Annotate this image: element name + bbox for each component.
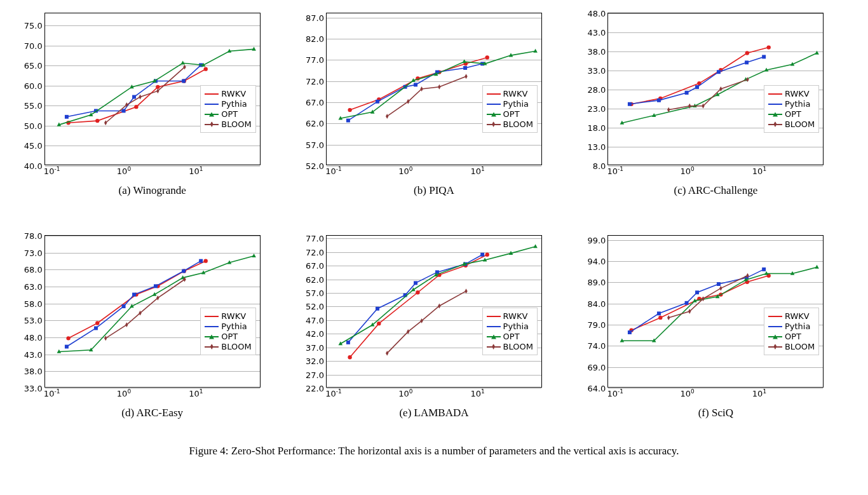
- svg-rect-33: [657, 98, 661, 102]
- chart-piqa: 52.057.062.067.072.077.082.087.010-11001…: [309, 13, 559, 197]
- ytick: 64.0: [587, 384, 606, 393]
- svg-rect-61: [414, 281, 417, 285]
- svg-rect-48: [132, 293, 136, 297]
- legend-item-bloom: BLOOM: [205, 119, 251, 129]
- data-point: [199, 259, 203, 263]
- svg-point-53: [377, 322, 381, 325]
- data-point: [657, 311, 661, 315]
- chart-winogrande: 40.045.050.055.060.065.070.075.010-11001…: [27, 13, 277, 197]
- series-line-rwkv: [350, 255, 487, 358]
- data-point: [533, 244, 538, 248]
- data-point: [182, 269, 186, 273]
- svg-point-18: [485, 55, 489, 59]
- svg-rect-35: [695, 85, 699, 89]
- xtick: 101: [470, 166, 484, 176]
- ytick: 68.0: [24, 265, 43, 275]
- legend-label: Pythia: [785, 322, 810, 331]
- plot-area: 52.057.062.067.072.077.082.087.010-11001…: [326, 13, 542, 165]
- legend-label: RWKV: [785, 311, 810, 321]
- data-point: [407, 99, 409, 104]
- legend-item-opt: OPT: [487, 109, 533, 119]
- ytick: 37.0: [306, 342, 324, 352]
- ytick: 89.0: [587, 278, 606, 287]
- ytick: 42.0: [306, 329, 324, 339]
- ytick: 52.0: [306, 302, 324, 311]
- chart-arc-easy: 33.038.043.048.053.058.063.068.073.078.0…: [27, 235, 277, 419]
- legend-item-pythia: Pythia: [768, 99, 815, 109]
- data-point: [695, 290, 699, 294]
- legend-item-pythia: Pythia: [487, 322, 533, 331]
- legend-item-rwkv: RWKV: [487, 311, 533, 321]
- legend-label: BLOOM: [503, 119, 533, 129]
- data-point: [420, 86, 423, 92]
- data-point: [125, 322, 128, 327]
- ytick: 79.0: [587, 320, 606, 330]
- svg-point-39: [66, 336, 70, 340]
- xtick: 100: [117, 166, 131, 176]
- ytick: 75.0: [24, 20, 43, 30]
- legend-label: BLOOM: [221, 119, 251, 129]
- ytick: 87.0: [306, 13, 324, 22]
- xtick: 100: [117, 388, 131, 398]
- ytick: 48.0: [587, 9, 606, 18]
- xtick: 10-1: [44, 166, 60, 176]
- svg-rect-58: [346, 341, 350, 344]
- chart-arc-challenge: 8.013.018.023.028.033.038.043.048.010-11…: [591, 13, 841, 197]
- svg-rect-73: [685, 301, 689, 305]
- ytick: 73.0: [24, 248, 43, 257]
- ytick: 33.0: [587, 66, 606, 76]
- data-point: [65, 345, 69, 349]
- figure-caption: Figure 4: Zero-Shot Performance: The hor…: [25, 445, 843, 458]
- sub-caption: (c) ARC-Challenge: [674, 184, 757, 197]
- data-point: [386, 114, 388, 119]
- series-line-pythia: [348, 255, 482, 342]
- svg-rect-6: [65, 115, 69, 119]
- svg-point-5: [203, 67, 207, 71]
- ytick: 69.0: [587, 362, 606, 372]
- ytick: 43.0: [24, 349, 43, 359]
- ytick: 77.0: [306, 234, 324, 243]
- svg-rect-34: [685, 91, 689, 95]
- svg-point-1: [95, 119, 99, 123]
- svg-rect-50: [182, 269, 186, 273]
- data-point: [719, 286, 722, 291]
- data-point: [180, 61, 185, 65]
- legend-item-rwkv: RWKV: [487, 89, 533, 98]
- data-point: [414, 281, 417, 285]
- data-point: [346, 119, 350, 123]
- xtick: 10-1: [607, 166, 624, 176]
- xtick: 101: [470, 388, 484, 398]
- ytick: 13.0: [587, 142, 606, 152]
- svg-rect-37: [745, 60, 749, 64]
- svg-rect-46: [94, 326, 98, 330]
- series-line-pythia: [67, 261, 201, 347]
- data-point: [745, 60, 749, 64]
- ytick: 70.0: [24, 41, 43, 50]
- legend-label: Pythia: [785, 99, 810, 109]
- chart-lambada: 22.027.032.037.042.047.052.057.062.067.0…: [309, 235, 559, 419]
- sub-caption: (a) Winogrande: [119, 184, 186, 197]
- legend-label: RWKV: [503, 89, 528, 98]
- data-point: [65, 115, 69, 119]
- svg-rect-47: [121, 304, 125, 308]
- svg-point-52: [348, 355, 351, 359]
- svg-point-40: [95, 321, 99, 325]
- svg-rect-71: [628, 330, 632, 334]
- ytick: 57.0: [306, 140, 324, 149]
- svg-rect-77: [763, 268, 766, 271]
- data-point: [657, 98, 661, 102]
- ytick: 50.0: [24, 121, 43, 130]
- data-point: [104, 336, 107, 341]
- ytick: 72.0: [306, 76, 324, 86]
- svg-rect-49: [154, 284, 158, 288]
- data-point: [156, 295, 159, 301]
- ytick: 99.0: [587, 235, 606, 245]
- legend-item-opt: OPT: [768, 109, 815, 119]
- data-point: [763, 55, 766, 58]
- series-line-pythia: [348, 64, 482, 120]
- sub-caption: (e) LAMBADA: [399, 407, 468, 419]
- ytick: 38.0: [587, 47, 606, 57]
- legend-item-pythia: Pythia: [205, 322, 251, 331]
- ytick: 94.0: [587, 257, 606, 266]
- sub-caption: (d) ARC-Easy: [121, 407, 183, 419]
